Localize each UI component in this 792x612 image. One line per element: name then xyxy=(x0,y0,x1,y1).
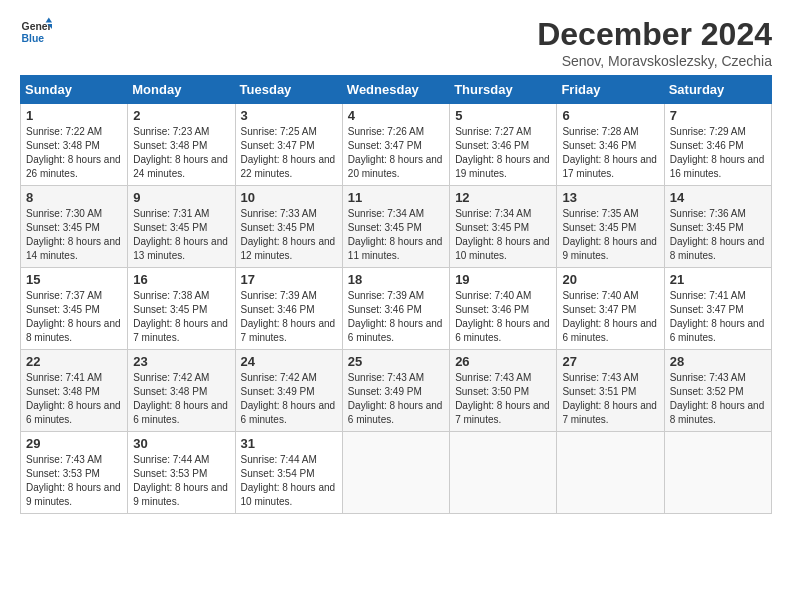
cell-info: Sunrise: 7:30 AMSunset: 3:45 PMDaylight:… xyxy=(26,208,121,261)
day-number: 5 xyxy=(455,108,551,123)
cell-info: Sunrise: 7:35 AMSunset: 3:45 PMDaylight:… xyxy=(562,208,657,261)
table-row: 10Sunrise: 7:33 AMSunset: 3:45 PMDayligh… xyxy=(235,186,342,268)
day-number: 4 xyxy=(348,108,444,123)
table-row: 15Sunrise: 7:37 AMSunset: 3:45 PMDayligh… xyxy=(21,268,128,350)
day-number: 8 xyxy=(26,190,122,205)
table-row: 22Sunrise: 7:41 AMSunset: 3:48 PMDayligh… xyxy=(21,350,128,432)
day-number: 21 xyxy=(670,272,766,287)
day-header-tuesday: Tuesday xyxy=(235,76,342,104)
cell-info: Sunrise: 7:41 AMSunset: 3:48 PMDaylight:… xyxy=(26,372,121,425)
cell-info: Sunrise: 7:39 AMSunset: 3:46 PMDaylight:… xyxy=(348,290,443,343)
table-row xyxy=(664,432,771,514)
day-header-saturday: Saturday xyxy=(664,76,771,104)
table-row: 12Sunrise: 7:34 AMSunset: 3:45 PMDayligh… xyxy=(450,186,557,268)
cell-info: Sunrise: 7:43 AMSunset: 3:52 PMDaylight:… xyxy=(670,372,765,425)
table-row: 27Sunrise: 7:43 AMSunset: 3:51 PMDayligh… xyxy=(557,350,664,432)
table-row: 25Sunrise: 7:43 AMSunset: 3:49 PMDayligh… xyxy=(342,350,449,432)
table-row: 2Sunrise: 7:23 AMSunset: 3:48 PMDaylight… xyxy=(128,104,235,186)
day-header-friday: Friday xyxy=(557,76,664,104)
cell-info: Sunrise: 7:26 AMSunset: 3:47 PMDaylight:… xyxy=(348,126,443,179)
cell-info: Sunrise: 7:43 AMSunset: 3:50 PMDaylight:… xyxy=(455,372,550,425)
table-row: 24Sunrise: 7:42 AMSunset: 3:49 PMDayligh… xyxy=(235,350,342,432)
calendar-week-row: 22Sunrise: 7:41 AMSunset: 3:48 PMDayligh… xyxy=(21,350,772,432)
svg-marker-2 xyxy=(46,18,52,23)
day-number: 23 xyxy=(133,354,229,369)
cell-info: Sunrise: 7:22 AMSunset: 3:48 PMDaylight:… xyxy=(26,126,121,179)
table-row: 26Sunrise: 7:43 AMSunset: 3:50 PMDayligh… xyxy=(450,350,557,432)
calendar-week-row: 8Sunrise: 7:30 AMSunset: 3:45 PMDaylight… xyxy=(21,186,772,268)
cell-info: Sunrise: 7:41 AMSunset: 3:47 PMDaylight:… xyxy=(670,290,765,343)
cell-info: Sunrise: 7:38 AMSunset: 3:45 PMDaylight:… xyxy=(133,290,228,343)
page-header: General Blue December 2024 Senov, Moravs… xyxy=(20,16,772,69)
day-header-sunday: Sunday xyxy=(21,76,128,104)
table-row: 13Sunrise: 7:35 AMSunset: 3:45 PMDayligh… xyxy=(557,186,664,268)
table-row: 8Sunrise: 7:30 AMSunset: 3:45 PMDaylight… xyxy=(21,186,128,268)
day-number: 7 xyxy=(670,108,766,123)
day-number: 3 xyxy=(241,108,337,123)
day-number: 22 xyxy=(26,354,122,369)
day-number: 26 xyxy=(455,354,551,369)
table-row: 16Sunrise: 7:38 AMSunset: 3:45 PMDayligh… xyxy=(128,268,235,350)
table-row: 20Sunrise: 7:40 AMSunset: 3:47 PMDayligh… xyxy=(557,268,664,350)
day-number: 25 xyxy=(348,354,444,369)
logo: General Blue xyxy=(20,16,52,48)
cell-info: Sunrise: 7:43 AMSunset: 3:53 PMDaylight:… xyxy=(26,454,121,507)
cell-info: Sunrise: 7:34 AMSunset: 3:45 PMDaylight:… xyxy=(455,208,550,261)
day-number: 18 xyxy=(348,272,444,287)
day-number: 9 xyxy=(133,190,229,205)
cell-info: Sunrise: 7:23 AMSunset: 3:48 PMDaylight:… xyxy=(133,126,228,179)
day-number: 24 xyxy=(241,354,337,369)
table-row: 17Sunrise: 7:39 AMSunset: 3:46 PMDayligh… xyxy=(235,268,342,350)
calendar-week-row: 29Sunrise: 7:43 AMSunset: 3:53 PMDayligh… xyxy=(21,432,772,514)
cell-info: Sunrise: 7:40 AMSunset: 3:46 PMDaylight:… xyxy=(455,290,550,343)
day-number: 10 xyxy=(241,190,337,205)
day-number: 31 xyxy=(241,436,337,451)
table-row: 19Sunrise: 7:40 AMSunset: 3:46 PMDayligh… xyxy=(450,268,557,350)
calendar-table: SundayMondayTuesdayWednesdayThursdayFrid… xyxy=(20,75,772,514)
day-header-monday: Monday xyxy=(128,76,235,104)
table-row: 29Sunrise: 7:43 AMSunset: 3:53 PMDayligh… xyxy=(21,432,128,514)
cell-info: Sunrise: 7:27 AMSunset: 3:46 PMDaylight:… xyxy=(455,126,550,179)
calendar-week-row: 1Sunrise: 7:22 AMSunset: 3:48 PMDaylight… xyxy=(21,104,772,186)
day-number: 28 xyxy=(670,354,766,369)
cell-info: Sunrise: 7:31 AMSunset: 3:45 PMDaylight:… xyxy=(133,208,228,261)
day-number: 1 xyxy=(26,108,122,123)
calendar-week-row: 15Sunrise: 7:37 AMSunset: 3:45 PMDayligh… xyxy=(21,268,772,350)
svg-text:General: General xyxy=(22,21,52,32)
day-number: 19 xyxy=(455,272,551,287)
day-number: 30 xyxy=(133,436,229,451)
cell-info: Sunrise: 7:44 AMSunset: 3:53 PMDaylight:… xyxy=(133,454,228,507)
table-row xyxy=(450,432,557,514)
table-row: 31Sunrise: 7:44 AMSunset: 3:54 PMDayligh… xyxy=(235,432,342,514)
table-row: 3Sunrise: 7:25 AMSunset: 3:47 PMDaylight… xyxy=(235,104,342,186)
table-row xyxy=(557,432,664,514)
day-number: 29 xyxy=(26,436,122,451)
cell-info: Sunrise: 7:28 AMSunset: 3:46 PMDaylight:… xyxy=(562,126,657,179)
cell-info: Sunrise: 7:40 AMSunset: 3:47 PMDaylight:… xyxy=(562,290,657,343)
calendar-header-row: SundayMondayTuesdayWednesdayThursdayFrid… xyxy=(21,76,772,104)
day-number: 20 xyxy=(562,272,658,287)
cell-info: Sunrise: 7:33 AMSunset: 3:45 PMDaylight:… xyxy=(241,208,336,261)
day-number: 14 xyxy=(670,190,766,205)
day-number: 16 xyxy=(133,272,229,287)
day-number: 17 xyxy=(241,272,337,287)
day-number: 6 xyxy=(562,108,658,123)
table-row: 5Sunrise: 7:27 AMSunset: 3:46 PMDaylight… xyxy=(450,104,557,186)
cell-info: Sunrise: 7:44 AMSunset: 3:54 PMDaylight:… xyxy=(241,454,336,507)
cell-info: Sunrise: 7:43 AMSunset: 3:51 PMDaylight:… xyxy=(562,372,657,425)
month-title: December 2024 xyxy=(537,16,772,53)
table-row: 9Sunrise: 7:31 AMSunset: 3:45 PMDaylight… xyxy=(128,186,235,268)
table-row: 11Sunrise: 7:34 AMSunset: 3:45 PMDayligh… xyxy=(342,186,449,268)
cell-info: Sunrise: 7:37 AMSunset: 3:45 PMDaylight:… xyxy=(26,290,121,343)
day-number: 13 xyxy=(562,190,658,205)
cell-info: Sunrise: 7:25 AMSunset: 3:47 PMDaylight:… xyxy=(241,126,336,179)
table-row: 6Sunrise: 7:28 AMSunset: 3:46 PMDaylight… xyxy=(557,104,664,186)
table-row: 21Sunrise: 7:41 AMSunset: 3:47 PMDayligh… xyxy=(664,268,771,350)
title-block: December 2024 Senov, Moravskoslezsky, Cz… xyxy=(537,16,772,69)
table-row: 28Sunrise: 7:43 AMSunset: 3:52 PMDayligh… xyxy=(664,350,771,432)
day-number: 27 xyxy=(562,354,658,369)
location-subtitle: Senov, Moravskoslezsky, Czechia xyxy=(537,53,772,69)
cell-info: Sunrise: 7:34 AMSunset: 3:45 PMDaylight:… xyxy=(348,208,443,261)
table-row xyxy=(342,432,449,514)
table-row: 30Sunrise: 7:44 AMSunset: 3:53 PMDayligh… xyxy=(128,432,235,514)
